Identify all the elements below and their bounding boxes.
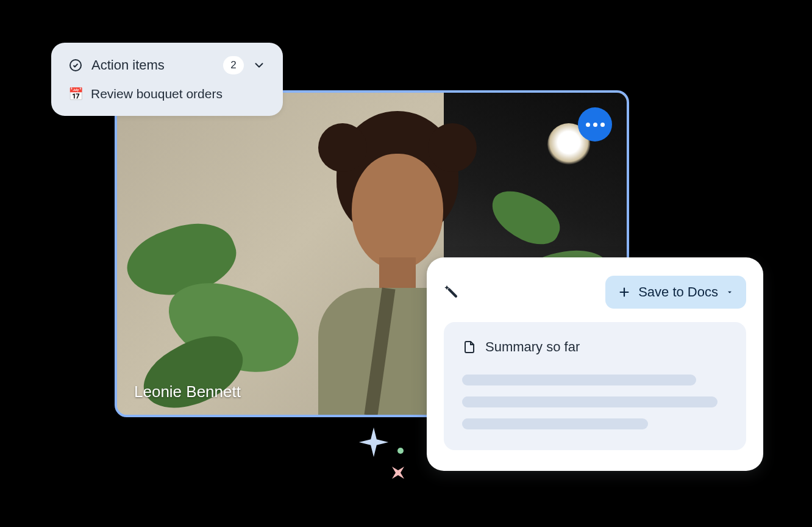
document-icon: [462, 340, 477, 354]
action-item-row[interactable]: 📅 Review bouquet orders: [68, 87, 266, 101]
action-item-text: Review bouquet orders: [91, 87, 223, 101]
action-items-title: Action items: [91, 57, 165, 73]
summary-heading: Summary so far: [485, 339, 580, 355]
summary-body: Summary so far: [444, 322, 746, 450]
save-to-docs-label: Save to Docs: [638, 284, 718, 300]
summary-placeholder-line: [462, 396, 718, 407]
action-items-count-badge: 2: [223, 56, 244, 74]
save-to-docs-button[interactable]: Save to Docs: [605, 276, 746, 309]
action-items-header[interactable]: Action items 2: [68, 56, 266, 74]
more-options-button[interactable]: [578, 107, 612, 142]
chevron-down-icon[interactable]: [252, 59, 266, 72]
sparkle-icon: [356, 425, 391, 460]
summary-card: Save to Docs Summary so far: [427, 257, 763, 471]
check-circle-icon: [68, 58, 83, 73]
summary-placeholder-line: [462, 375, 696, 385]
sparkle-dot-icon: [397, 448, 404, 454]
summary-placeholder-line: [462, 418, 648, 429]
action-items-panel[interactable]: Action items 2 📅 Review bouquet orders: [51, 43, 283, 116]
sparkle-icon: [383, 458, 413, 487]
participant-name: Leonie Bennett: [134, 382, 241, 401]
calendar-icon: 📅: [68, 88, 84, 100]
magic-wand-icon: [444, 283, 462, 301]
plus-icon: [618, 285, 631, 299]
dropdown-caret-icon[interactable]: [725, 288, 734, 296]
svg-rect-1: [447, 288, 458, 298]
